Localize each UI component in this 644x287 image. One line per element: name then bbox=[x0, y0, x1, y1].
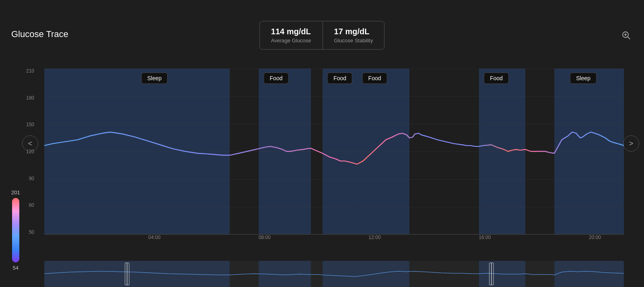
y-label: 210 bbox=[26, 69, 34, 73]
x-label-20: 20:00 bbox=[589, 235, 601, 240]
color-scale: 201 54 bbox=[11, 189, 20, 271]
zoom-button[interactable] bbox=[620, 29, 633, 42]
svg-rect-8 bbox=[357, 69, 410, 234]
average-glucose-stat: 114 mg/dL Average Glucose bbox=[260, 21, 323, 49]
svg-rect-19 bbox=[44, 261, 230, 287]
page-title: Glucose Trace bbox=[11, 29, 68, 40]
stats-box: 114 mg/dL Average Glucose 17 mg/dL Gluco… bbox=[259, 21, 384, 50]
chart-container: 210 180 150 120 90 60 50 bbox=[44, 69, 624, 247]
scale-top-label: 201 bbox=[11, 189, 20, 195]
svg-rect-21 bbox=[322, 261, 357, 287]
chart-area: 210 180 150 120 90 60 50 bbox=[44, 69, 624, 247]
x-axis: 04:00 08:00 12:00 16:00 20:00 bbox=[44, 235, 624, 247]
minimap bbox=[44, 261, 624, 287]
svg-rect-24 bbox=[554, 261, 624, 287]
average-glucose-value: 114 mg/dL bbox=[271, 27, 311, 36]
svg-rect-10 bbox=[554, 69, 624, 234]
stability-label: Glucose Stability bbox=[334, 37, 373, 44]
x-label-12: 12:00 bbox=[369, 235, 381, 240]
svg-rect-5 bbox=[44, 69, 230, 234]
color-scale-bar bbox=[12, 198, 19, 262]
y-label: 180 bbox=[26, 96, 34, 100]
x-label-04: 04:00 bbox=[149, 235, 161, 240]
x-label-08: 08:00 bbox=[258, 235, 270, 240]
svg-rect-22 bbox=[357, 261, 410, 287]
y-label: 90 bbox=[29, 176, 34, 181]
x-label-16: 16:00 bbox=[479, 235, 491, 240]
stability-value: 17 mg/dL bbox=[334, 27, 373, 36]
y-label: 120 bbox=[26, 149, 34, 154]
glucose-stability-stat: 17 mg/dL Glucose Stability bbox=[323, 21, 384, 49]
svg-rect-9 bbox=[479, 69, 525, 234]
average-glucose-label: Average Glucose bbox=[271, 37, 311, 44]
y-axis: 210 180 150 120 90 60 50 bbox=[26, 69, 34, 235]
chart-plot: Sleep Food Food Food Food Sleep bbox=[44, 69, 624, 235]
svg-rect-7 bbox=[322, 69, 357, 234]
svg-rect-6 bbox=[259, 69, 311, 234]
svg-line-1 bbox=[628, 37, 630, 40]
y-label: 60 bbox=[29, 203, 34, 208]
scale-bottom-label: 54 bbox=[13, 265, 19, 271]
y-label: 50 bbox=[29, 230, 34, 235]
y-label: 150 bbox=[26, 122, 34, 127]
next-button[interactable]: > bbox=[623, 135, 639, 152]
